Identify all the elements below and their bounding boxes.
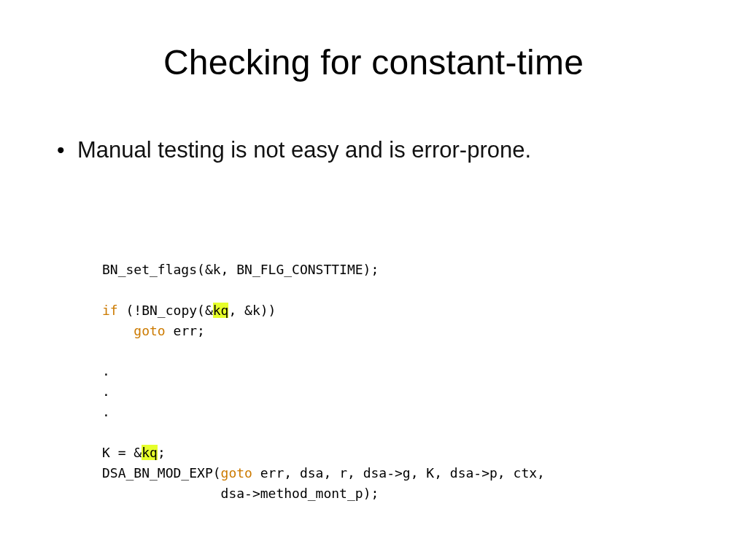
code-keyword: if [102, 303, 118, 318]
code-text: dsa->method_mont_p); [221, 486, 379, 501]
code-indent [102, 486, 221, 501]
code-text: K = & [102, 445, 142, 460]
code-text: err; [166, 323, 205, 338]
code-indent [102, 323, 133, 338]
code-text: , &k)) [228, 303, 276, 318]
bullet-item: Manual testing is not easy and is error-… [54, 136, 693, 165]
slide: Checking for constant-time Manual testin… [0, 0, 747, 560]
code-text: ; [158, 445, 166, 460]
slide-title: Checking for constant-time [0, 42, 747, 82]
code-keyword: goto [133, 323, 165, 338]
code-highlight: kq [142, 445, 158, 460]
code-block: BN_set_flags(&k, BN_FLG_CONSTTIME); if (… [102, 260, 545, 504]
code-text: BN_set_flags(&k, BN_FLG_CONSTTIME); [102, 262, 379, 277]
code-ellipsis: . [102, 404, 110, 419]
code-ellipsis: . [102, 384, 110, 399]
code-keyword: goto [221, 465, 252, 481]
code-ellipsis: . [102, 363, 110, 378]
bullet-list: Manual testing is not easy and is error-… [54, 136, 693, 165]
code-highlight: kq [213, 303, 229, 318]
code-text: (!BN_copy(& [118, 303, 213, 318]
code-text: err, dsa, r, dsa->g, K, dsa->p, ctx, [252, 465, 545, 481]
code-text: DSA_BN_MOD_EXP( [102, 465, 221, 481]
